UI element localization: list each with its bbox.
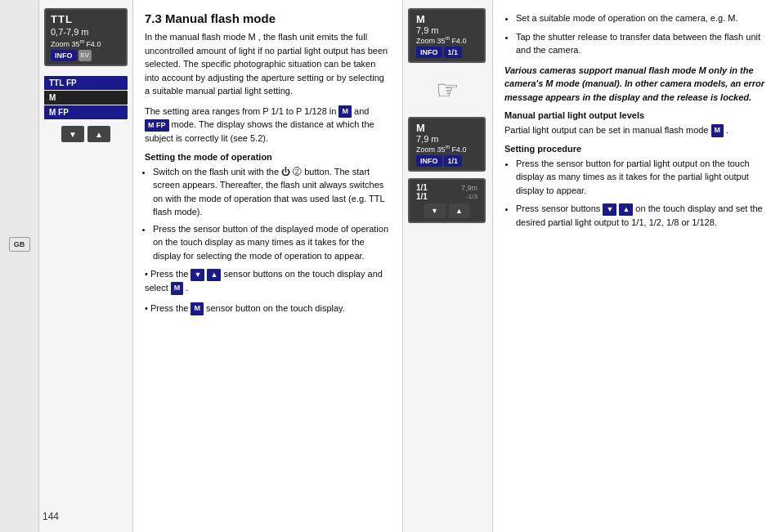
bottom-display-mode: M bbox=[416, 122, 477, 134]
setting-proc-bullet-2-text: Press sensor buttons bbox=[516, 203, 603, 213]
bullet-2-text: Press the sensor button of the displayed… bbox=[153, 224, 388, 261]
bottom-display: M 7,9 m Zoom 35m F4.0 INFO 1/1 bbox=[408, 117, 486, 172]
up-arrow-inline: ▲ bbox=[207, 269, 221, 282]
bottom-aperture: F4.0 bbox=[451, 145, 466, 154]
setting-range-text: The setting area ranges from P 1/1 to P … bbox=[145, 105, 391, 145]
right-text-content: Set a suitable mode of operation on the … bbox=[493, 0, 780, 532]
left-panel: TTL 0,7-7,9 m Zoom 35m F4.0 INFO EV TTL … bbox=[39, 0, 133, 532]
ttl-display-screen: TTL 0,7-7,9 m Zoom 35m F4.0 INFO EV bbox=[44, 8, 128, 66]
top-aperture: F4.0 bbox=[451, 37, 466, 45]
bottom-fraction-btn[interactable]: 1/1 bbox=[444, 155, 463, 167]
press-sensor-2: sensor button on the touch display. bbox=[206, 303, 345, 313]
gb-badge: GB bbox=[9, 237, 30, 252]
m-badge-inline: M bbox=[171, 282, 184, 295]
ev-button[interactable]: EV bbox=[78, 50, 92, 61]
top-display-mode: M bbox=[416, 13, 477, 25]
ttl-mode-label: TTL bbox=[51, 13, 121, 25]
manual-m-badge: M bbox=[711, 124, 724, 137]
intro-text: In the manual flash mode M , the flash u… bbox=[145, 30, 391, 98]
left-sidebar: GB bbox=[0, 0, 39, 532]
top-display-distance: 7,9 m bbox=[416, 25, 477, 35]
top-display: M 7,9 m Zoom 35m F4.0 INFO 1/1 bbox=[408, 8, 486, 63]
camera-bullet-1: Set a suitable mode of operation on the … bbox=[516, 11, 769, 25]
top-info-btn[interactable]: INFO bbox=[416, 47, 442, 58]
press-arrows-1: • Press the bbox=[145, 269, 191, 279]
camera-bullet-2: Tap the shutter release to transfer data… bbox=[516, 30, 769, 57]
camera-bullets: Set a suitable mode of operation on the … bbox=[504, 11, 769, 57]
m-mode[interactable]: M bbox=[44, 91, 128, 105]
partial-light-display: 1/1 7,9m 1/1 -1/3 ▼ ▲ bbox=[408, 178, 486, 223]
aperture-label: F4.0 bbox=[86, 40, 101, 48]
partial-arrow-up[interactable]: ▲ bbox=[449, 203, 470, 218]
setting-proc-title: Setting procedure bbox=[504, 144, 769, 154]
down-arrow-inline: ▼ bbox=[191, 269, 204, 282]
mode-list: TTL FP M M FP bbox=[44, 76, 128, 119]
arrow-buttons: ▼ ▲ bbox=[44, 126, 128, 142]
partial-row2-sup: -1/3 bbox=[466, 193, 477, 200]
press-sensor-1: • Press the bbox=[145, 303, 191, 313]
mode-op-title: Setting the mode of operation bbox=[145, 152, 391, 162]
top-zoom: Zoom 35m bbox=[416, 35, 450, 45]
manual-partial-title: Manual partial light output levels bbox=[504, 110, 769, 120]
manual-partial-text: Partial light output can be set in manua… bbox=[504, 123, 769, 137]
hand-icon-area: ☞ bbox=[408, 74, 487, 105]
partial-row1-right: 7,9m bbox=[461, 184, 477, 192]
press-sensor-text: • Press the M sensor button on the touch… bbox=[145, 302, 391, 315]
bottom-zoom: Zoom 35m bbox=[416, 144, 450, 154]
display-panels: M 7,9 m Zoom 35m F4.0 INFO 1/1 ☞ M 7,9 m… bbox=[403, 0, 493, 532]
bullet-2: Press the sensor button of the displayed… bbox=[153, 222, 391, 263]
arrow-up-button[interactable]: ▲ bbox=[87, 126, 110, 142]
setting-proc-bullet-1: Press the sensor button for partial ligh… bbox=[516, 157, 769, 198]
m-sensor-badge: M bbox=[191, 302, 204, 315]
mode-op-bullets: Switch on the flash unit with the ⏻ ② bu… bbox=[145, 165, 391, 263]
arrow-down-button[interactable]: ▼ bbox=[61, 126, 84, 142]
setting-proc-bullet-2: Press sensor buttons ▼ ▲ on the touch di… bbox=[516, 202, 769, 229]
partial-row2-left: 1/1 bbox=[416, 192, 428, 201]
italic-note: Various cameras support manual flash mod… bbox=[504, 64, 769, 105]
partial-arrow-down[interactable]: ▼ bbox=[424, 203, 446, 218]
setting-range-1: The setting area ranges from P 1/1 to P … bbox=[145, 106, 338, 116]
sensor-up-badge: ▲ bbox=[619, 203, 633, 217]
zoom-label: Zoom 35m bbox=[51, 38, 84, 48]
m-fp-mode[interactable]: M FP bbox=[44, 105, 128, 119]
press-arrows-text: • Press the ▼ ▲ sensor buttons on the to… bbox=[145, 267, 391, 295]
partial-row1-left: 1/1 bbox=[416, 183, 428, 192]
bottom-display-distance: 7,9 m bbox=[416, 134, 477, 144]
setting-range-3: mode. The display shows the distance at … bbox=[145, 119, 374, 143]
bottom-info-btn[interactable]: INFO bbox=[416, 155, 442, 167]
setting-proc-bullets: Press the sensor button for partial ligh… bbox=[504, 157, 769, 230]
page-number: 144 bbox=[43, 511, 59, 522]
press-arrows-3: . bbox=[186, 283, 188, 293]
setting-range-2: and bbox=[354, 106, 369, 116]
m-badge-1: M bbox=[338, 105, 352, 118]
mfp-badge: M FP bbox=[145, 119, 169, 132]
top-fraction-btn[interactable]: 1/1 bbox=[444, 47, 463, 58]
ttl-fp-mode[interactable]: TTL FP bbox=[44, 76, 128, 90]
distance-label: 0,7-7,9 m bbox=[51, 27, 121, 37]
sensor-down-badge: ▼ bbox=[603, 203, 616, 217]
hand-icon: ☞ bbox=[436, 74, 459, 105]
section-title: 7.3 Manual flash mode bbox=[145, 11, 391, 25]
bullet-1-text: Switch on the flash unit with the ⏻ ② bu… bbox=[153, 167, 384, 217]
info-button[interactable]: INFO bbox=[51, 50, 77, 61]
main-text-content: 7.3 Manual flash mode In the manual flas… bbox=[133, 0, 403, 532]
manual-partial-dot: . bbox=[726, 125, 728, 135]
manual-partial-text-1: Partial light output can be set in manua… bbox=[504, 125, 708, 135]
bullet-1: Switch on the flash unit with the ⏻ ② bu… bbox=[153, 165, 391, 219]
